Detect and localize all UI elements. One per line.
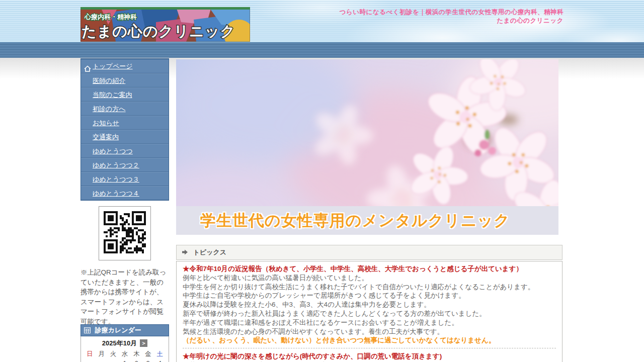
- weekday-sun: 日: [84, 349, 96, 358]
- sidebar-item-label: 医師の紹介: [93, 77, 125, 84]
- sidebar-item-yumetoutsutsu-2[interactable]: ゆめとうつつ２: [81, 158, 169, 172]
- hero-caption: 学生世代の女性専用のメンタルクリニック: [176, 206, 558, 235]
- topics-header: トピックス: [176, 245, 562, 260]
- weekday-sat: 土: [154, 349, 166, 358]
- sidebar-item-label: ゆめとうつつ４: [93, 190, 139, 197]
- topics-header-label: トピックス: [193, 248, 227, 256]
- calendar-date-cell: [107, 359, 119, 362]
- calendar-date-cell: [96, 359, 107, 362]
- calendar-month-label: 2025年10月: [102, 339, 137, 347]
- calendar-icon: [84, 326, 93, 334]
- calendar-date-row: 1 2 3 4: [81, 359, 169, 362]
- page: 心療内科・精神科 たまの心のクリニック つらい時になるべく初診を｜横浜の学生世代…: [0, 0, 644, 362]
- sidebar-item-label: 交通案内: [93, 133, 119, 141]
- weekday-fri: 金: [142, 349, 154, 358]
- topic-highlight-line: （だるい 、おっくう、眠たい、動けない）と付き合いつつ無事に過ごしていかなくては…: [183, 336, 556, 345]
- calendar-date-cell[interactable]: 4: [154, 359, 166, 362]
- qr-section: [80, 206, 169, 260]
- weekday-wed: 水: [119, 349, 130, 358]
- qr-code-frame: [99, 206, 151, 260]
- topic-title: ★年明けの光に闇の深さを感じながら(時代のすさみか、口調の荒い電話を頂きます): [183, 352, 556, 361]
- tagline-line1: つらい時になるべく初診を｜横浜の学生世代の女性専用の心療内科、精神科: [322, 8, 564, 17]
- sidebar-item-clinic-guide[interactable]: 当院のご案内: [81, 87, 169, 102]
- topic-line: 半年が過ぎて職場に違和感をおぼえ不出社になるケースにお会いすることが増えました。: [183, 318, 556, 327]
- sidebar-item-yumetoutsutsu-3[interactable]: ゆめとうつつ３: [81, 172, 169, 186]
- topic-line: 夏休み以降は受験を控えた小6、中3、高3、大4の人達は集中力を必要とします。: [183, 300, 556, 309]
- topic-line: 中学生を何とか切り抜けて高校生活にうまく移れた子でバイトで自信がついたり適応がよ…: [183, 283, 556, 292]
- weekday-tue: 火: [107, 349, 119, 358]
- sidebar-item-access[interactable]: 交通案内: [81, 130, 169, 144]
- sidebar-item-news[interactable]: お知らせ: [81, 116, 169, 130]
- topic-line: 新卒で研修が終わった新入社員はうまく適応できた人としんどくなってる方の差が出てい…: [183, 309, 556, 318]
- clinic-logo[interactable]: 心療内科・精神科 たまの心のクリニック: [80, 7, 250, 42]
- weekday-mon: 月: [96, 349, 107, 358]
- header-band: [0, 42, 644, 58]
- topic-line: 気候と生活環境のため心身の不調が出やすくなっています。養生の工夫が大事です。: [183, 327, 556, 336]
- sidebar-item-label: 当院のご案内: [93, 91, 132, 99]
- logo-title: たまの心のクリニック: [82, 23, 235, 39]
- logo-subtitle: 心療内科・精神科: [84, 13, 137, 21]
- calendar-widget: 2025年10月＞ 日 月 火 水 木 金 土 1 2 3 4: [80, 336, 169, 362]
- sidebar-item-first-visit[interactable]: 初診の方へ: [81, 102, 169, 116]
- topics-divider: [183, 348, 556, 348]
- calendar-date-cell[interactable]: 2: [131, 359, 142, 362]
- sidebar-item-yumetoutsutsu-4[interactable]: ゆめとうつつ４: [81, 186, 169, 200]
- header-tagline: つらい時になるべく初診を｜横浜の学生世代の女性専用の心療内科、精神科 たまの心の…: [322, 8, 564, 25]
- sidebar-item-doctor-intro[interactable]: 医師の紹介: [81, 73, 169, 87]
- calendar-date-cell: [84, 359, 96, 362]
- qr-note-text: ※上記QRコードを読み取っていただきますと、一般の携帯からは携帯サイトが、スマー…: [80, 267, 170, 326]
- sidebar-menu: トップページ 医師の紹介 当院のご案内 初診の方へ お知らせ 交通案内 ゆめとう…: [80, 58, 169, 201]
- qr-code-image: [104, 211, 146, 253]
- calendar-title: 診療カレンダー: [95, 326, 141, 334]
- tagline-line2: たまの心のクリニック: [322, 17, 564, 25]
- topic-title: ★令和7年10月の近況報告（秋めきて、小学生、中学生、高校生、大学生でおっくうと…: [183, 264, 556, 274]
- topic-line: 例年と比べて桁違いに気温の高い猛暑日が続いていました。: [183, 274, 556, 283]
- calendar-date-cell[interactable]: 3: [142, 359, 154, 362]
- sidebar-item-label: ゆめとうつつ: [93, 147, 133, 155]
- sidebar-item-label: 初診の方へ: [93, 105, 126, 113]
- sidebar-item-label: ゆめとうつつ２: [93, 161, 139, 169]
- calendar-header: 診療カレンダー: [80, 324, 169, 336]
- clinic-logo-image: 心療内科・精神科 たまの心のクリニック: [80, 7, 250, 42]
- topics-content: ★令和7年10月の近況報告（秋めきて、小学生、中学生、高校生、大学生でおっくうと…: [176, 261, 562, 362]
- calendar-weekday-row: 日 月 火 水 木 金 土: [81, 349, 169, 358]
- weekday-thu: 木: [131, 349, 142, 358]
- topics-arrow-icon: [182, 248, 191, 256]
- topic-line: 中学生はご自宅や学校からのプレッシャーで居場所がきつく感じてる子をよく見かけます…: [183, 291, 556, 300]
- calendar-next-month-button[interactable]: ＞: [140, 339, 147, 347]
- calendar-date-cell[interactable]: 1: [119, 359, 130, 362]
- sidebar-item-top-page[interactable]: トップページ: [81, 59, 169, 73]
- sidebar-item-label: トップページ: [93, 62, 133, 70]
- sidebar-item-label: お知らせ: [93, 119, 119, 127]
- sidebar-item-yumetoutsutsu-1[interactable]: ゆめとうつつ: [81, 144, 169, 158]
- sidebar-item-label: ゆめとうつつ３: [93, 175, 139, 183]
